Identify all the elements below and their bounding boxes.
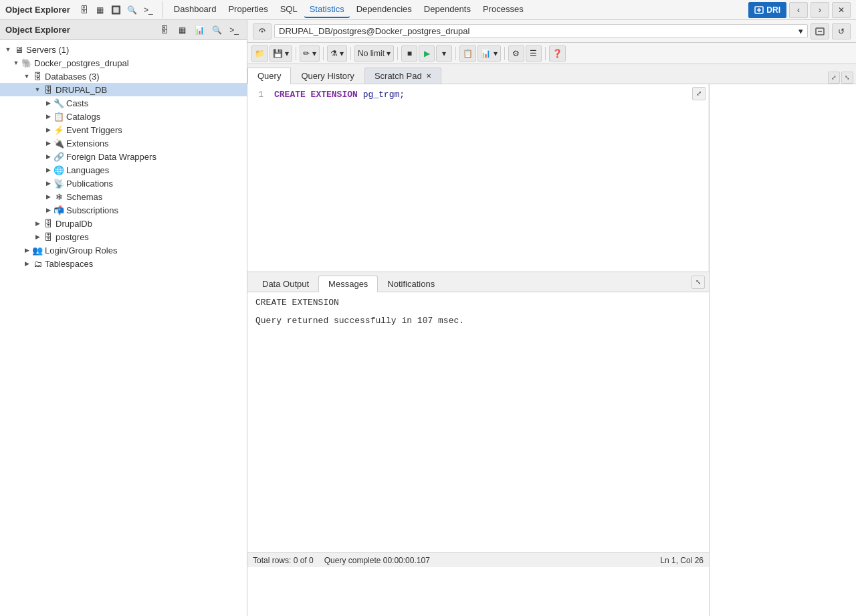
- db-icon-btn[interactable]: 🗄: [157, 23, 172, 37]
- tablespaces-toggle[interactable]: ▶: [21, 258, 32, 269]
- edit-btn[interactable]: ✏ ▾: [300, 45, 319, 62]
- explain-btn[interactable]: 📋: [459, 45, 476, 62]
- panel-title: Object Explorer: [5, 25, 70, 35]
- query-icon-btn[interactable]: 📊: [192, 23, 207, 37]
- servers-node[interactable]: ▼ 🖥 Servers (1): [0, 43, 247, 56]
- drupaldb-node[interactable]: ▶ 🗄 DrupalDb: [0, 217, 247, 230]
- casts-toggle[interactable]: ▶: [43, 98, 54, 108]
- output-line-2: Query returned successfully in 107 msec.: [255, 316, 701, 326]
- languages-node[interactable]: ▶ 🌐 Languages: [0, 163, 247, 177]
- chart-btn[interactable]: 📊 ▾: [477, 45, 500, 62]
- help-btn[interactable]: ❓: [549, 45, 566, 62]
- catalogs-toggle[interactable]: ▶: [43, 111, 54, 122]
- no-limit-select[interactable]: No limit ▾: [354, 45, 394, 62]
- subscriptions-toggle[interactable]: ▶: [43, 205, 54, 215]
- editor-area[interactable]: 1 CREATE EXTENSION pg_trgm; ⤢: [247, 84, 709, 272]
- event-triggers-toggle[interactable]: ▶: [43, 124, 54, 135]
- tab-query[interactable]: Query: [247, 68, 291, 84]
- next-tab-btn[interactable]: ›: [811, 2, 829, 18]
- scratch-pad-close-icon[interactable]: ✕: [426, 72, 431, 80]
- content-area: 1 CREATE EXTENSION pg_trgm; ⤢ Data Outpu…: [247, 84, 856, 616]
- bottom-expand-btn[interactable]: ⤡: [691, 276, 705, 289]
- menu-statistics[interactable]: Statistics: [304, 1, 350, 18]
- databases-node[interactable]: ▼ 🗄 Databases (3): [0, 70, 247, 83]
- casts-node[interactable]: ▶ 🔧 Casts: [0, 96, 247, 110]
- filter-btn[interactable]: ⚗ ▾: [327, 45, 347, 62]
- foreign-data-wrappers-node[interactable]: ▶ 🔗 Foreign Data Wrappers: [0, 150, 247, 163]
- bottom-content: CREATE EXTENSION Query returned successf…: [247, 292, 709, 552]
- tab-notifications[interactable]: Notifications: [378, 276, 444, 292]
- fdw-toggle[interactable]: ▶: [43, 151, 54, 162]
- menu-dependencies[interactable]: Dependencies: [351, 1, 417, 18]
- databases-toggle[interactable]: ▼: [21, 71, 32, 82]
- menu-sql[interactable]: SQL: [275, 1, 303, 18]
- drupal-db-toggle[interactable]: ▼: [32, 84, 43, 95]
- publications-label: Publications: [66, 179, 113, 189]
- terminal-icon[interactable]: >_: [141, 3, 156, 17]
- terminal-panel-icon[interactable]: >_: [227, 23, 241, 37]
- editor-expand-btn[interactable]: ⤢: [692, 87, 706, 100]
- connection-settings-btn[interactable]: [811, 23, 829, 39]
- drupaldb-toggle[interactable]: ▶: [32, 218, 43, 229]
- query-builder-icon[interactable]: 🔲: [109, 3, 124, 17]
- catalogs-node[interactable]: ▶ 📋 Catalogs: [0, 110, 247, 123]
- servers-toggle[interactable]: ▼: [3, 44, 13, 55]
- login-group-toggle[interactable]: ▶: [21, 245, 32, 255]
- function-name: pg_trgm;: [363, 90, 405, 100]
- macro-btn[interactable]: ⚙: [508, 45, 524, 62]
- save-btn[interactable]: 💾 ▾: [270, 45, 292, 62]
- event-triggers-node[interactable]: ▶ ⚡ Event Triggers: [0, 123, 247, 136]
- active-tab-label[interactable]: DRI: [748, 2, 786, 18]
- maximize-editor-btn[interactable]: ⤡: [841, 72, 853, 84]
- tablespaces-node[interactable]: ▶ 🗂 Tablespaces: [0, 257, 247, 270]
- casts-icon: 🔧: [54, 98, 64, 108]
- menu-dependents[interactable]: Dependents: [419, 1, 476, 18]
- tab-query-history[interactable]: Query History: [291, 68, 364, 84]
- connection-selector[interactable]: DRUPAL_DB/postgres@Docker_postgres_drupa…: [274, 24, 808, 38]
- scratch-pad-area[interactable]: [709, 84, 856, 616]
- postgres-toggle[interactable]: ▶: [32, 231, 43, 242]
- publications-toggle[interactable]: ▶: [43, 178, 54, 189]
- tab-data-output[interactable]: Data Output: [253, 276, 318, 292]
- tab-scratch-pad[interactable]: Scratch Pad ✕: [364, 68, 441, 84]
- reload-btn[interactable]: ↺: [832, 23, 851, 39]
- expand-editor-btn[interactable]: ⤢: [828, 72, 840, 84]
- databases-icon: 🗄: [32, 71, 43, 82]
- languages-toggle[interactable]: ▶: [43, 165, 54, 175]
- catalogs-icon: 📋: [54, 111, 64, 122]
- postgres-node[interactable]: ▶ 🗄 postgres: [0, 230, 247, 243]
- query-toolbar: 📁 💾 ▾ ✏ ▾ ⚗ ▾ No limit ▾ ■ ▶ ▾ 📋 📊 ▾ ⚙ ☰…: [247, 43, 856, 64]
- database-icon[interactable]: 🗄: [77, 3, 92, 17]
- databases-label: Databases (3): [45, 72, 100, 82]
- search-icon[interactable]: 🔍: [125, 3, 140, 17]
- extensions-toggle[interactable]: ▶: [43, 138, 54, 148]
- stop-btn[interactable]: ■: [401, 45, 417, 62]
- schemas-node[interactable]: ▶ ❄ Schemas: [0, 190, 247, 203]
- extensions-node[interactable]: ▶ 🔌 Extensions: [0, 136, 247, 150]
- menu-properties[interactable]: Properties: [223, 1, 273, 18]
- open-file-btn[interactable]: 📁: [251, 45, 268, 62]
- docker-server-node[interactable]: ▼ 🐘 Docker_postgres_drupal: [0, 56, 247, 70]
- publications-node[interactable]: ▶ 📡 Publications: [0, 177, 247, 190]
- drupal-db-node[interactable]: ▼ 🗄 DRUPAL_DB: [0, 83, 247, 96]
- schemas-toggle[interactable]: ▶: [43, 191, 54, 202]
- table-icon[interactable]: ▦: [93, 3, 108, 17]
- prev-tab-btn[interactable]: ‹: [789, 2, 808, 18]
- run-options-btn[interactable]: ▾: [436, 45, 452, 62]
- search-panel-icon[interactable]: 🔍: [209, 23, 224, 37]
- login-group-node[interactable]: ▶ 👥 Login/Group Roles: [0, 243, 247, 257]
- menu-processes[interactable]: Processes: [477, 1, 529, 18]
- menu-dashboard[interactable]: Dashboard: [169, 1, 222, 18]
- subscriptions-node[interactable]: ▶ 📬 Subscriptions: [0, 203, 247, 217]
- scratch-pad-label: Scratch Pad: [374, 71, 422, 81]
- cursor-position-status: Ln 1, Col 26: [660, 556, 704, 565]
- connect-icon-btn[interactable]: [253, 23, 272, 39]
- event-triggers-label: Event Triggers: [66, 125, 122, 135]
- docker-server-toggle[interactable]: ▼: [11, 58, 21, 68]
- publications-icon: 📡: [54, 178, 64, 189]
- more-btn[interactable]: ☰: [526, 45, 542, 62]
- table-icon-btn[interactable]: ▦: [175, 23, 189, 37]
- tab-messages[interactable]: Messages: [318, 276, 378, 292]
- more-tabs-btn[interactable]: ✕: [832, 2, 851, 18]
- run-btn[interactable]: ▶: [419, 45, 435, 62]
